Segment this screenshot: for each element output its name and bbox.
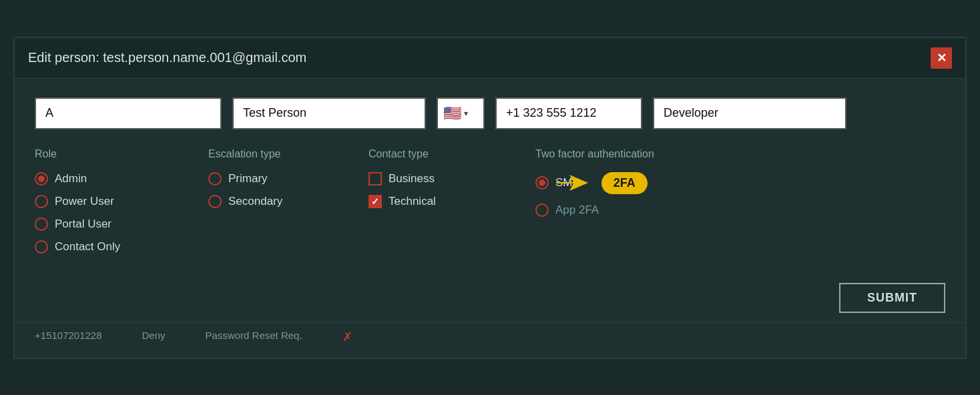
escalation-group: Escalation type Primary Secondary (208, 148, 369, 212)
escalation-primary[interactable]: Primary (208, 168, 369, 189)
role-portal-user[interactable]: Portal User (35, 214, 208, 235)
escalation-label: Escalation type (208, 148, 369, 160)
role-admin-label: Admin (55, 172, 87, 185)
escalation-secondary-label: Secondary (228, 195, 282, 208)
escalation-secondary[interactable]: Secondary (208, 191, 369, 212)
form-body: 🇺🇸 ▾ Role Admin Power User (15, 79, 965, 271)
submit-row: SUBMIT (15, 271, 965, 322)
dropdown-arrow-icon: ▾ (464, 109, 468, 118)
check-technical-icon (369, 195, 382, 208)
contact-technical-label: Technical (389, 195, 436, 208)
contact-business[interactable]: Business (369, 168, 535, 189)
2fa-sms[interactable]: SMS 2FA (535, 168, 945, 198)
role-admin[interactable]: Admin (35, 168, 208, 189)
name-input[interactable] (232, 97, 426, 129)
two-factor-group: Two factor authentication SMS 2FA App 2F… (535, 148, 945, 221)
radio-app2fa-icon (535, 204, 549, 217)
radio-contact-only-icon (35, 240, 48, 254)
svg-marker-0 (556, 175, 588, 191)
bottom-phone: +15107201228 (35, 330, 102, 344)
contact-business-label: Business (389, 172, 435, 185)
submit-button[interactable]: SUBMIT (839, 283, 945, 313)
edit-person-dialog: Edit person: test.person.name.001@gmail.… (13, 37, 967, 359)
2fa-tooltip: 2FA (601, 172, 648, 194)
contact-type-group: Contact type Business Technical (369, 148, 535, 212)
radio-secondary-icon (208, 195, 222, 208)
check-business-icon (369, 172, 382, 185)
role-power-user-label: Power User (55, 195, 114, 208)
2fa-arrow-icon (556, 173, 589, 192)
flag-selector[interactable]: 🇺🇸 ▾ (437, 97, 485, 129)
bottom-password-reset: Password Reset Req. (206, 330, 302, 344)
role-contact-only[interactable]: Contact Only (35, 236, 208, 258)
input-row: 🇺🇸 ▾ (35, 97, 945, 129)
two-factor-label: Two factor authentication (535, 148, 945, 160)
role-contact-only-label: Contact Only (55, 240, 120, 254)
role-input[interactable] (653, 97, 846, 129)
bottom-deny: Deny (142, 330, 166, 344)
radio-portal-user-icon (35, 218, 48, 231)
flag-icon: 🇺🇸 (443, 105, 461, 122)
bottom-bar: +15107201228 Deny Password Reset Req. ✗ (15, 322, 965, 351)
bottom-close-icon: ✗ (342, 330, 352, 344)
2fa-app[interactable]: App 2FA (535, 200, 945, 221)
options-row: Role Admin Power User Portal User Contac… (35, 148, 945, 258)
contact-technical[interactable]: Technical (369, 191, 535, 212)
escalation-primary-label: Primary (228, 172, 268, 185)
role-label: Role (35, 148, 208, 160)
close-button[interactable]: ✕ (931, 47, 952, 69)
dialog-title: Edit person: test.person.name.001@gmail.… (28, 50, 306, 65)
phone-input[interactable] (495, 97, 642, 129)
radio-primary-icon (208, 172, 222, 185)
role-portal-user-label: Portal User (55, 218, 111, 231)
2fa-app-label: App 2FA (555, 204, 599, 217)
radio-admin-icon (35, 172, 48, 185)
first-input[interactable] (35, 97, 222, 129)
radio-power-user-icon (35, 195, 48, 208)
dialog-title-bar: Edit person: test.person.name.001@gmail.… (15, 38, 965, 79)
role-group: Role Admin Power User Portal User Contac… (35, 148, 208, 258)
radio-sms-icon (535, 176, 549, 189)
role-power-user[interactable]: Power User (35, 191, 208, 212)
contact-type-label: Contact type (369, 148, 535, 160)
